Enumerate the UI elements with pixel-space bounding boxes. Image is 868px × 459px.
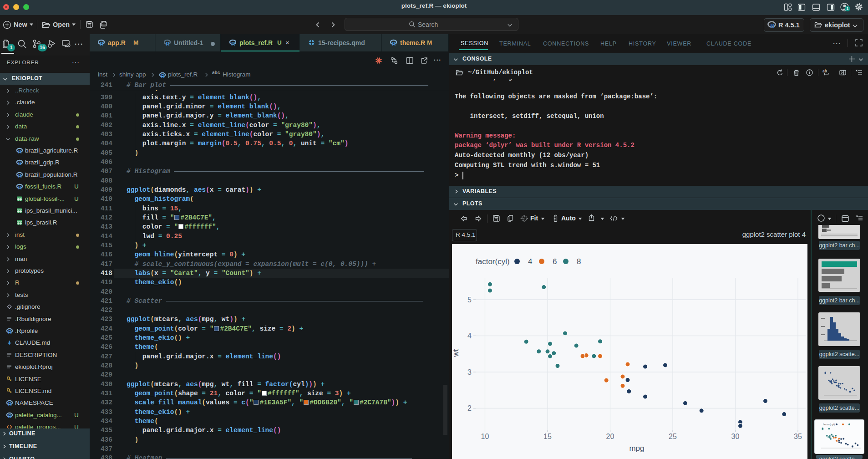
svg-text:R: R	[166, 41, 169, 46]
svg-text:mpg: mpg	[629, 444, 644, 453]
svg-text:20: 20	[606, 433, 614, 440]
svg-text:R: R	[18, 149, 22, 154]
svg-text:R: R	[100, 41, 103, 46]
svg-text:R: R	[18, 173, 22, 178]
svg-text:30: 30	[731, 433, 740, 440]
svg-text:R: R	[770, 22, 775, 29]
svg-text:8: 8	[577, 257, 581, 266]
svg-text:factor(cyl): factor(cyl)	[823, 423, 835, 426]
svg-text:R: R	[161, 73, 165, 78]
svg-text:ab: ab	[822, 69, 827, 73]
svg-text:R: R	[8, 413, 12, 418]
svg-text:4: 4	[467, 332, 472, 340]
svg-text:R: R	[18, 161, 22, 166]
svg-text:35: 35	[794, 433, 802, 440]
svg-text:4: 4	[528, 257, 532, 266]
svg-text:2: 2	[467, 404, 472, 412]
svg-text:6: 6	[553, 257, 557, 266]
svg-text:R: R	[392, 41, 396, 46]
svg-text:5: 5	[467, 296, 472, 304]
svg-text:15: 15	[543, 433, 552, 440]
svg-text:3: 3	[467, 368, 472, 376]
svg-text:factor(cyl): factor(cyl)	[476, 257, 510, 266]
svg-text:wt: wt	[452, 349, 460, 357]
svg-text:R: R	[231, 41, 235, 46]
svg-text:R: R	[8, 329, 12, 334]
svg-text:10: 10	[481, 433, 489, 440]
svg-text:R: R	[8, 401, 12, 406]
svg-text:25: 25	[669, 433, 677, 440]
svg-text:R: R	[18, 185, 22, 190]
